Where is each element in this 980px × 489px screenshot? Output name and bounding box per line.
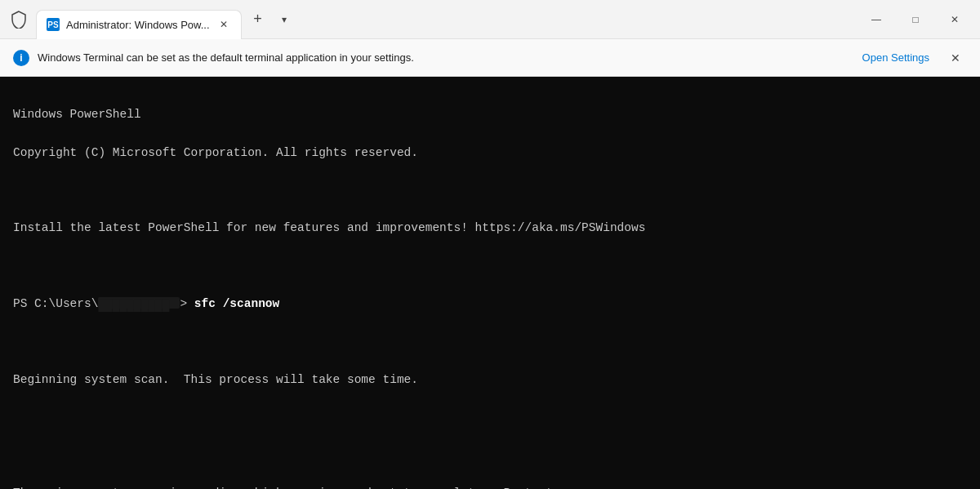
tab-close-button[interactable]: ✕ [216, 17, 231, 32]
shield-icon [7, 7, 31, 32]
tab-title: Administrator: Windows Pow... [66, 19, 210, 31]
terminal-line-3 [13, 181, 967, 200]
username-redacted-1: ██████████ [98, 297, 180, 309]
maximize-button[interactable]: □ [897, 7, 934, 33]
prompt1-prefix: PS C:\Users\ [13, 297, 98, 310]
command-1: sfc /scannow [194, 297, 279, 310]
terminal-line-1: Windows PowerShell [13, 105, 967, 124]
powershell-tab-icon: PS [47, 18, 60, 31]
terminal-line-5 [13, 257, 967, 276]
terminal-line-10: There is a system repair pending which r… [13, 484, 967, 489]
active-tab[interactable]: PS Administrator: Windows Pow... ✕ [36, 10, 242, 39]
window-controls: — □ ✕ [858, 7, 973, 33]
notification-bar: i Windows Terminal can be set as the def… [0, 39, 980, 77]
terminal-line-7: Beginning system scan. This process will… [13, 371, 967, 389]
prompt1-suffix: > [180, 297, 194, 310]
minimize-button[interactable]: — [858, 7, 895, 33]
title-bar-left: PS Administrator: Windows Pow... ✕ + ▾ [7, 5, 858, 34]
info-icon: i [13, 50, 29, 66]
terminal-line-6 [13, 332, 967, 351]
terminal-prompt-1: PS C:\Users\██████████> sfc /scannow [13, 295, 967, 313]
open-settings-link[interactable]: Open Settings [862, 51, 929, 64]
terminal-line-4: Install the latest PowerShell for new fe… [13, 219, 967, 238]
notification-close-button[interactable]: ✕ [944, 47, 967, 69]
tab-dropdown-button[interactable]: ▾ [271, 7, 297, 33]
notification-text: Windows Terminal can be set as the defau… [38, 51, 854, 64]
close-button[interactable]: ✕ [936, 7, 973, 33]
terminal-line-2: Copyright (C) Microsoft Corporation. All… [13, 144, 967, 162]
terminal-output[interactable]: Windows PowerShell Copyright (C) Microso… [0, 77, 980, 489]
new-tab-button[interactable]: + [245, 7, 271, 33]
title-bar: PS Administrator: Windows Pow... ✕ + ▾ —… [0, 0, 980, 39]
terminal-line-9 [13, 447, 967, 465]
terminal-line-8 [13, 408, 967, 427]
